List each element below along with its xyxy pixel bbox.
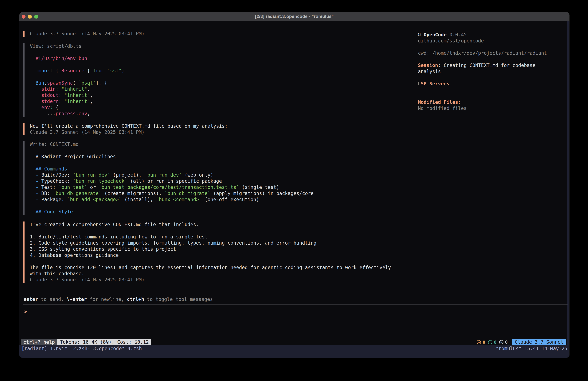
hint-icon: h — [499, 340, 504, 344]
keybinding-hint: enter to send, \+enter for newline, ctrl… — [24, 296, 213, 302]
scrollbar-track[interactable] — [567, 21, 569, 345]
status-right-group: w 0 i 0 h 0 Claude 3.7 Sonnet — [477, 339, 566, 345]
tokens-cost-chip: Tokens: 16.4K (8%), Cost: $0.12 — [57, 339, 151, 345]
tool-view-block: View: script/db.ts #!/usr/bin/env bun im… — [23, 43, 125, 117]
diagnostic-warnings: w 0 — [477, 340, 485, 345]
terminal-window: [2/3] radiant:3:opencode - "romulus" Cla… — [19, 12, 569, 358]
tmux-session-clock: "romulus" 15:41 14-May-25 — [496, 346, 567, 358]
assistant-message-summary: I've created a comprehensive CONTEXT.md … — [23, 222, 391, 283]
input-divider — [23, 304, 567, 304]
info-sidebar: © OpenCode 0.0.45github.com/sst/opencode… — [418, 32, 557, 112]
warning-icon: w — [477, 340, 481, 344]
tool-write-block: Write: CONTEXT.md # Radiant Project Guid… — [23, 141, 314, 215]
diagnostic-info: i 0 — [488, 340, 497, 345]
tmux-windows-list[interactable]: [radiant] 1:nvim 2:zsh- 3:opencode* 4:zs… — [21, 346, 142, 358]
help-shortcut-chip[interactable]: ctrl+? help — [21, 339, 57, 345]
model-badge[interactable]: Claude 3.7 Sonnet — [512, 339, 566, 345]
diagnostic-hints: h 0 — [499, 340, 508, 345]
info-icon: i — [488, 340, 492, 344]
assistant-message-header: Claude 3.7 Sonnet (14 May 2025 03:41 PM) — [23, 31, 145, 37]
opencode-tui: Claude 3.7 Sonnet (14 May 2025 03:41 PM)… — [19, 12, 569, 358]
assistant-message: Now I'll create a comprehensive CONTEXT.… — [23, 123, 228, 135]
status-bar: ctrl+? help Tokens: 16.4K (8%), Cost: $0… — [21, 339, 566, 345]
prompt-input[interactable]: > — [24, 309, 27, 315]
tmux-status-bar[interactable]: [radiant] 1:nvim 2:zsh- 3:opencode* 4:zs… — [19, 345, 569, 358]
hint-count: 0 — [505, 340, 508, 345]
info-count: 0 — [494, 340, 497, 345]
warning-count: 0 — [483, 340, 485, 345]
